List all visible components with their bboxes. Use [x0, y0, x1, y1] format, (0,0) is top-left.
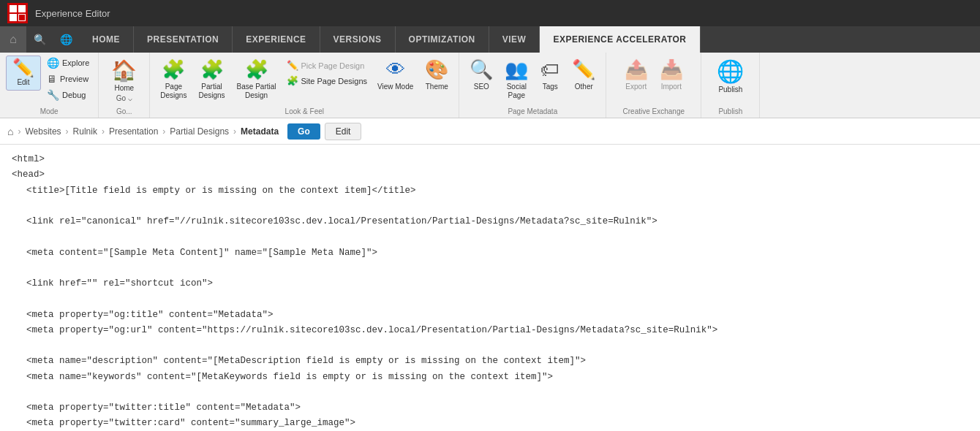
pick-site-group: ✏️ Pick Page Design 🧩 Site Page Designs [284, 56, 371, 88]
home-button[interactable]: 🏠 Home Go ⌵ [107, 56, 142, 105]
export-label: Export [625, 83, 647, 91]
code-line-0: <html> [12, 152, 968, 167]
page-designs-label: PageDesigns [160, 83, 186, 100]
tab-versions[interactable]: VERSIONS [320, 26, 396, 53]
code-line-10: <meta property="og:title" content="Metad… [12, 308, 968, 323]
tags-icon: 🏷 [540, 58, 559, 81]
tab-experience[interactable]: EXPERIENCE [233, 26, 320, 53]
tab-optimization[interactable]: OPTIMIZATION [396, 26, 489, 53]
code-line-7 [12, 261, 968, 276]
seo-button[interactable]: 🔍 SEO [465, 56, 497, 94]
partial-designs-icon: 🧩 [200, 58, 224, 81]
theme-button[interactable]: 🎨 Theme [421, 56, 453, 94]
breadcrumb-home-icon: ⌂ [7, 126, 13, 137]
title-bar: Experience Editor [0, 0, 980, 26]
ribbon-group-page-metadata: 🔍 SEO 👥 SocialPage 🏷 Tags ✏️ Other Page … [459, 53, 606, 118]
code-line-15 [12, 385, 968, 400]
partial-designs-label: PartialDesigns [198, 83, 225, 100]
tags-label: Tags [543, 83, 558, 91]
breadcrumb-rulnik[interactable]: Rulnik [73, 126, 97, 137]
preview-button[interactable]: 🖥 Preview [44, 72, 92, 86]
explore-button[interactable]: 🌐 Explore [44, 56, 92, 70]
publish-icon: 🌐 [717, 58, 744, 84]
code-line-6: <meta content="[Sample Meta Content]" na… [12, 245, 968, 261]
other-icon: ✏️ [572, 58, 595, 81]
code-line-1: <head> [12, 167, 968, 183]
nav-tabs: HOME PRESENTATION EXPERIENCE VERSIONS OP… [79, 26, 701, 53]
tab-view[interactable]: VIEW [489, 26, 540, 53]
page-designs-icon: 🧩 [162, 58, 185, 81]
pick-page-design-button: ✏️ Pick Page Design [284, 58, 371, 72]
code-line-13: <meta name="description" content="[MetaD… [12, 354, 968, 369]
code-line-16: <meta property="twitter:title" content="… [12, 400, 968, 416]
nav-globe-icon[interactable]: 🌐 [53, 26, 79, 53]
social-label: SocialPage [507, 83, 527, 100]
breadcrumb-partial-designs[interactable]: Partial Designs [170, 126, 229, 137]
ribbon-group-creative-exchange: 📤 Export 📥 Import Creative Exchange [606, 53, 701, 118]
export-icon: 📤 [625, 58, 648, 81]
code-line-11: <meta property="og:url" content="https:/… [12, 323, 968, 338]
site-page-designs-icon: 🧩 [287, 75, 298, 86]
tab-experience-accelerator[interactable]: EXPERIENCE ACCELERATOR [540, 26, 700, 53]
home-icon: 🏠 [111, 58, 137, 83]
preview-label: Preview [60, 75, 88, 83]
metadata-group-label: Page Metadata [459, 107, 606, 115]
app-title: Experience Editor [35, 8, 110, 19]
breadcrumb-websites[interactable]: Websites [25, 126, 61, 137]
nav-home-icon[interactable]: ⌂ [0, 26, 26, 53]
social-icon: 👥 [505, 58, 528, 81]
code-line-4: <link rel="canonical" href="//rulnik.sit… [12, 214, 968, 229]
tags-button[interactable]: 🏷 Tags [535, 56, 565, 94]
edit-label: Edit [17, 78, 29, 87]
explore-label: Explore [62, 58, 89, 67]
code-line-17: <meta property="twitter:card" content="s… [12, 416, 968, 431]
site-page-designs-label: Site Page Designs [301, 77, 368, 85]
import-label: Import [661, 83, 682, 91]
base-partial-design-icon: 🧩 [245, 58, 268, 81]
home-label: Home [114, 84, 134, 93]
debug-label: Debug [62, 91, 86, 99]
theme-label: Theme [426, 83, 448, 91]
tab-presentation[interactable]: PRESENTATION [134, 26, 233, 53]
creative-exchange-group-label: Creative Exchange [606, 107, 701, 115]
code-line-5 [12, 229, 968, 245]
tab-home[interactable]: HOME [79, 26, 134, 53]
partial-designs-button[interactable]: 🧩 PartialDesigns [194, 56, 229, 103]
nav-search-icon[interactable]: 🔍 [26, 26, 53, 53]
pick-page-design-icon: ✏️ [287, 60, 298, 71]
debug-button[interactable]: 🔧 Debug [44, 88, 92, 102]
code-line-3 [12, 199, 968, 214]
breadcrumb-metadata[interactable]: Metadata [241, 126, 279, 137]
social-button[interactable]: 👥 SocialPage [500, 56, 532, 103]
debug-icon: 🔧 [47, 89, 59, 101]
edit-button[interactable]: ✏️ Edit [6, 56, 41, 91]
export-button: 📤 Export [620, 56, 652, 94]
breadcrumb-edit-button[interactable]: Edit [325, 123, 362, 140]
other-button[interactable]: ✏️ Other [568, 56, 600, 94]
breadcrumb-presentation[interactable]: Presentation [109, 126, 158, 137]
site-page-designs-button[interactable]: 🧩 Site Page Designs [284, 74, 371, 88]
import-button: 📥 Import [655, 56, 687, 94]
pick-page-design-label: Pick Page Design [301, 61, 365, 70]
code-line-9 [12, 291, 968, 307]
nav-bar: ⌂ 🔍 🌐 HOME PRESENTATION EXPERIENCE VERSI… [0, 26, 980, 53]
code-line-12 [12, 338, 968, 354]
breadcrumb-bar: ⌂ › Websites › Rulnik › Presentation › P… [0, 118, 980, 145]
seo-label: SEO [474, 83, 489, 91]
base-partial-design-button[interactable]: 🧩 Base PartialDesign [233, 56, 281, 103]
seo-icon: 🔍 [470, 58, 493, 81]
publish-group-label: Publish [701, 107, 759, 115]
view-mode-button[interactable]: 👁 View Mode [373, 56, 418, 94]
go-group-label: Go... [99, 107, 149, 115]
breadcrumb-go-button[interactable]: Go [287, 123, 320, 140]
mode-group-label: Mode [0, 107, 98, 115]
publish-button[interactable]: 🌐 Publish [709, 56, 753, 97]
theme-icon: 🎨 [425, 58, 448, 81]
page-designs-button[interactable]: 🧩 PageDesigns [156, 56, 191, 103]
explore-icon: 🌐 [47, 57, 59, 69]
content-area: <html> <head> <title>[Title field is emp… [0, 145, 980, 431]
base-partial-design-label: Base PartialDesign [237, 83, 276, 100]
preview-debug-group: 🌐 Explore 🖥 Preview 🔧 Debug [44, 56, 92, 102]
code-line-8: <link href="" rel="shortcut icon"> [12, 276, 968, 291]
preview-icon: 🖥 [47, 73, 57, 85]
